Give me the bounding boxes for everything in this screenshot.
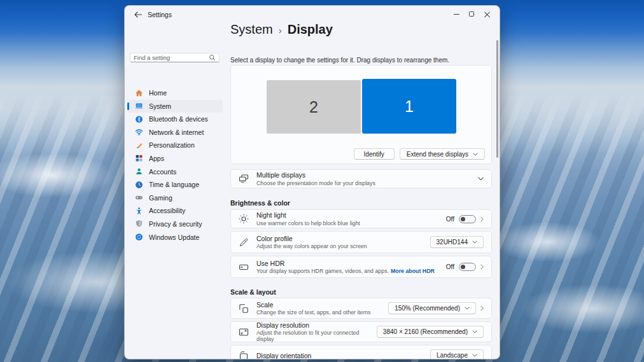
scale-icon [239,303,249,314]
chevron-down-icon [472,330,477,333]
close-button[interactable] [479,8,494,20]
back-arrow-icon [134,11,142,18]
chevron-down-icon [465,307,470,310]
scale-row[interactable]: Scale Change the size of text, apps, and… [230,298,492,319]
privacy-icon [135,219,143,228]
night-light-toggle[interactable] [459,215,476,223]
display-2-monitor[interactable]: 2 [267,80,361,134]
use-hdr-toggle[interactable] [459,263,476,271]
night-light-row[interactable]: Night light Use warmer colors to help bl… [230,209,492,228]
extend-displays-dropdown[interactable]: Extend these displays [400,148,485,160]
display-resolution-dropdown[interactable]: 3840 × 2160 (Recommended) [377,326,484,338]
display-1-monitor[interactable]: 1 [362,79,456,134]
sidebar-item-label: Personalization [149,141,195,149]
scale-dropdown[interactable]: 150% (Recommended) [388,302,476,314]
toggle-knob [461,265,465,269]
minimize-button[interactable] [449,8,464,20]
windows-update-icon [135,233,143,241]
vertical-scrollbar[interactable] [496,40,498,158]
sidebar-item-label: Accounts [149,168,176,176]
sidebar-item-label: Windows Update [149,233,199,241]
sidebar-item-network[interactable]: Network & internet [127,126,223,139]
chevron-down-icon [473,153,478,156]
breadcrumb-system[interactable]: System [230,22,273,37]
sidebar-item-time-language[interactable]: Time & language [127,178,223,191]
more-about-hdr-link[interactable]: More about HDR [391,268,435,274]
night-light-title: Night light [256,211,360,219]
color-profile-icon [239,237,249,247]
sidebar-item-bluetooth[interactable]: Bluetooth & devices [127,113,223,125]
color-profile-dropdown[interactable]: 32UHD144 [430,236,484,248]
use-hdr-toggle-label: Off [446,263,454,270]
sidebar-item-gaming[interactable]: Gaming [127,191,223,204]
scale-value: 150% (Recommended) [395,305,460,312]
hdr-icon [239,262,249,272]
identify-button[interactable]: Identify [354,148,395,160]
close-icon [484,11,490,17]
personalization-icon [135,141,143,150]
night-light-subtitle: Use warmer colors to help block blue lig… [256,220,360,226]
section-brightness-color: Brightness & color [230,199,290,207]
search-box[interactable] [130,53,220,62]
color-profile-title: Color profile [256,235,367,242]
minimize-icon [454,14,459,15]
arrangement-instruction: Select a display to change the settings … [230,57,449,64]
sidebar-item-label: Bluetooth & devices [149,115,208,123]
sidebar-item-label: Privacy & security [149,220,202,228]
search-icon [209,54,216,61]
apps-icon [135,154,143,162]
home-icon [135,89,143,97]
chevron-right-icon[interactable] [480,264,484,270]
sidebar-item-label: Time & language [149,181,199,188]
display-resolution-title: Display resolution [256,321,377,329]
gaming-icon [135,193,143,202]
display-arrangement-card: 2 1 Identify Extend these displays [230,65,492,164]
sidebar-item-personalization[interactable]: Personalization [127,139,223,151]
display-orientation-value: Landscape [437,352,468,359]
display-orientation-title: Display orientation [256,352,311,359]
multiple-displays-title: Multiple displays [256,171,375,179]
chevron-right-icon[interactable] [480,216,484,222]
scale-subtitle: Change the size of text, apps, and other… [256,309,370,316]
multiple-displays-icon [239,174,249,184]
sidebar-item-apps[interactable]: Apps [127,152,223,165]
back-button[interactable] [132,9,144,20]
sidebar-nav: Home System Bluetooth & devices Network … [127,87,223,244]
accounts-icon [135,167,143,176]
display-2-number: 2 [309,98,318,116]
sidebar-item-label: Accessibility [149,207,185,214]
sidebar-item-accounts[interactable]: Accounts [127,165,223,178]
use-hdr-subtitle: Your display supports HDR games, videos,… [256,268,389,274]
scale-title: Scale [256,301,370,309]
chevron-down-icon[interactable] [478,177,484,181]
sidebar-item-privacy[interactable]: Privacy & security [127,218,223,230]
app-title: Settings [148,11,172,18]
maximize-button[interactable] [464,8,479,20]
display-1-number: 1 [405,97,414,116]
time-language-icon [135,181,143,189]
sidebar-item-label: Apps [149,155,164,162]
sidebar-item-windows-update[interactable]: Windows Update [127,231,223,244]
toggle-knob [461,217,465,221]
color-profile-subtitle: Adjust the way colors appear on your scr… [256,243,367,249]
color-profile-row: Color profile Adjust the way colors appe… [230,231,492,253]
sidebar-item-accessibility[interactable]: Accessibility [127,204,223,217]
use-hdr-row[interactable]: Use HDR Your display supports HDR games,… [230,256,492,278]
window-controls [449,8,494,20]
network-icon [135,128,143,136]
search-input[interactable] [134,54,209,61]
color-profile-value: 32UHD144 [437,239,468,246]
chevron-right-icon[interactable] [480,305,484,311]
sidebar-item-label: Home [149,89,167,97]
display-orientation-dropdown[interactable]: Landscape [430,349,484,359]
bluetooth-icon [135,115,143,123]
maximize-icon [469,11,474,17]
sidebar: Home System Bluetooth & devices Network … [125,24,225,359]
multiple-displays-row[interactable]: Multiple displays Choose the presentatio… [230,169,492,188]
sidebar-item-home[interactable]: Home [127,87,223,99]
arrangement-buttons: Identify Extend these displays [354,148,485,160]
extend-displays-label: Extend these displays [407,151,468,158]
sidebar-item-system[interactable]: System [127,100,223,113]
titlebar: Settings [125,6,500,24]
section-scale-layout: Scale & layout [230,288,276,296]
